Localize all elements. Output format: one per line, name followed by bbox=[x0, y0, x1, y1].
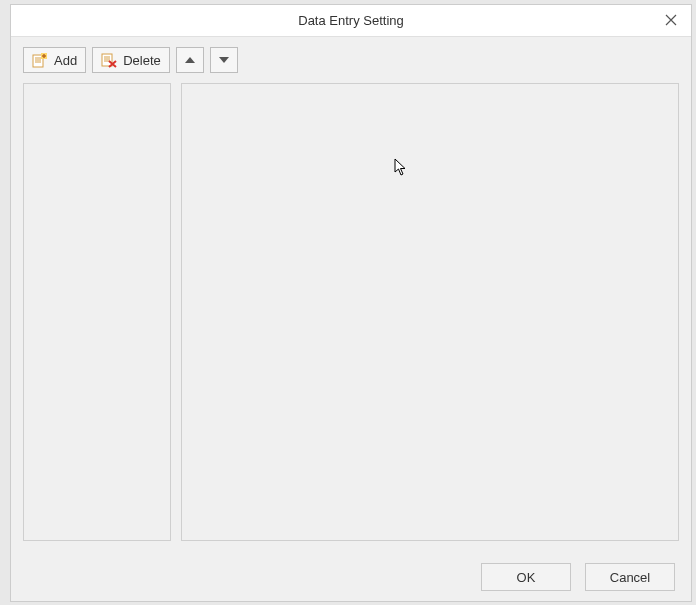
arrow-up-icon bbox=[185, 57, 195, 63]
left-panel[interactable] bbox=[23, 83, 171, 541]
close-button[interactable] bbox=[651, 5, 691, 37]
add-icon bbox=[32, 52, 48, 68]
dialog-body: Add Delete bbox=[11, 37, 691, 553]
move-up-button[interactable] bbox=[176, 47, 204, 73]
right-panel bbox=[181, 83, 679, 541]
delete-icon bbox=[101, 52, 117, 68]
svg-rect-7 bbox=[102, 54, 112, 66]
cancel-button[interactable]: Cancel bbox=[585, 563, 675, 591]
delete-button-label: Delete bbox=[123, 53, 161, 68]
dialog-window: Data Entry Setting bbox=[10, 4, 692, 602]
move-down-button[interactable] bbox=[210, 47, 238, 73]
toolbar: Add Delete bbox=[23, 47, 679, 73]
add-button-label: Add bbox=[54, 53, 77, 68]
ok-button[interactable]: OK bbox=[481, 563, 571, 591]
arrow-down-icon bbox=[219, 57, 229, 63]
dialog-footer: OK Cancel bbox=[11, 553, 691, 601]
titlebar: Data Entry Setting bbox=[11, 5, 691, 37]
panels bbox=[23, 83, 679, 541]
add-button[interactable]: Add bbox=[23, 47, 86, 73]
delete-button[interactable]: Delete bbox=[92, 47, 170, 73]
close-icon bbox=[665, 14, 677, 29]
dialog-title: Data Entry Setting bbox=[298, 13, 404, 28]
